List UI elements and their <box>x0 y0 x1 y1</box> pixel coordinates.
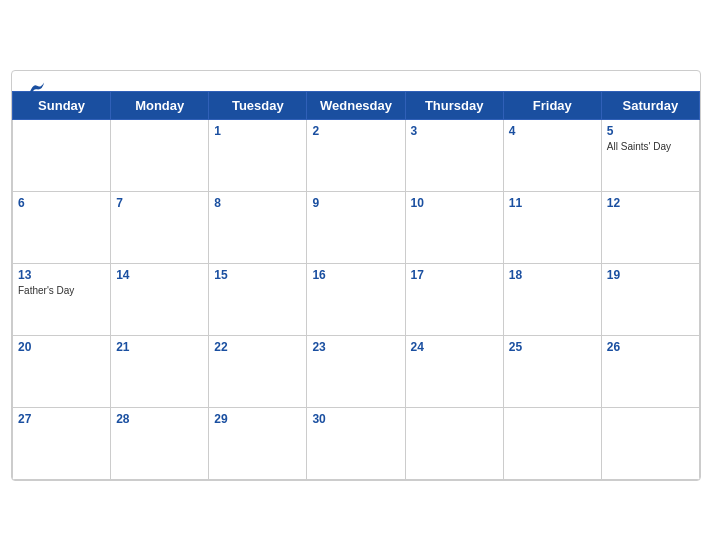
day-number: 23 <box>312 340 399 354</box>
calendar-cell: 10 <box>405 191 503 263</box>
week-row-2: 6789101112 <box>13 191 700 263</box>
day-number: 11 <box>509 196 596 210</box>
day-number: 10 <box>411 196 498 210</box>
weekday-header-friday: Friday <box>503 91 601 119</box>
calendar-cell: 4 <box>503 119 601 191</box>
day-number: 17 <box>411 268 498 282</box>
calendar-cell: 24 <box>405 335 503 407</box>
calendar-cell: 7 <box>111 191 209 263</box>
calendar-header <box>12 71 700 91</box>
day-number: 2 <box>312 124 399 138</box>
calendar-cell: 13Father's Day <box>13 263 111 335</box>
weekday-header-saturday: Saturday <box>601 91 699 119</box>
week-row-5: 27282930 <box>13 407 700 479</box>
calendar-cell: 19 <box>601 263 699 335</box>
week-row-3: 13Father's Day141516171819 <box>13 263 700 335</box>
calendar-cell: 11 <box>503 191 601 263</box>
day-number: 25 <box>509 340 596 354</box>
calendar-cell <box>503 407 601 479</box>
calendar-cell: 28 <box>111 407 209 479</box>
calendar-cell: 6 <box>13 191 111 263</box>
day-number: 4 <box>509 124 596 138</box>
calendar-cell: 27 <box>13 407 111 479</box>
day-number: 9 <box>312 196 399 210</box>
calendar-cell: 9 <box>307 191 405 263</box>
calendar-cell <box>601 407 699 479</box>
calendar-cell <box>405 407 503 479</box>
calendar-cell <box>111 119 209 191</box>
day-number: 19 <box>607 268 694 282</box>
calendar-cell: 18 <box>503 263 601 335</box>
weekday-header-sunday: Sunday <box>13 91 111 119</box>
calendar-cell: 21 <box>111 335 209 407</box>
weekday-header-thursday: Thursday <box>405 91 503 119</box>
day-number: 3 <box>411 124 498 138</box>
calendar-cell: 30 <box>307 407 405 479</box>
calendar-cell: 1 <box>209 119 307 191</box>
calendar-cell: 8 <box>209 191 307 263</box>
calendar-cell: 22 <box>209 335 307 407</box>
calendar-cell <box>13 119 111 191</box>
calendar-cell: 16 <box>307 263 405 335</box>
calendar-cell: 5All Saints' Day <box>601 119 699 191</box>
calendar-tbody: 12345All Saints' Day678910111213Father's… <box>13 119 700 479</box>
day-number: 26 <box>607 340 694 354</box>
day-number: 5 <box>607 124 694 138</box>
day-number: 13 <box>18 268 105 282</box>
day-number: 28 <box>116 412 203 426</box>
day-number: 14 <box>116 268 203 282</box>
weekday-header-row: SundayMondayTuesdayWednesdayThursdayFrid… <box>13 91 700 119</box>
weekday-header-monday: Monday <box>111 91 209 119</box>
day-number: 20 <box>18 340 105 354</box>
day-event: Father's Day <box>18 284 105 297</box>
calendar-table: SundayMondayTuesdayWednesdayThursdayFrid… <box>12 91 700 480</box>
calendar-cell: 14 <box>111 263 209 335</box>
calendar-cell: 15 <box>209 263 307 335</box>
day-number: 27 <box>18 412 105 426</box>
calendar-cell: 23 <box>307 335 405 407</box>
calendar-cell: 2 <box>307 119 405 191</box>
calendar-cell: 3 <box>405 119 503 191</box>
calendar-cell: 29 <box>209 407 307 479</box>
day-number: 16 <box>312 268 399 282</box>
weekday-header-wednesday: Wednesday <box>307 91 405 119</box>
calendar-cell: 17 <box>405 263 503 335</box>
day-number: 22 <box>214 340 301 354</box>
day-number: 29 <box>214 412 301 426</box>
day-number: 24 <box>411 340 498 354</box>
day-number: 18 <box>509 268 596 282</box>
week-row-4: 20212223242526 <box>13 335 700 407</box>
day-number: 21 <box>116 340 203 354</box>
day-number: 30 <box>312 412 399 426</box>
calendar-cell: 12 <box>601 191 699 263</box>
calendar-cell: 25 <box>503 335 601 407</box>
week-row-1: 12345All Saints' Day <box>13 119 700 191</box>
logo-blue <box>28 81 48 95</box>
logo-area <box>28 81 48 95</box>
calendar-container: SundayMondayTuesdayWednesdayThursdayFrid… <box>11 70 701 481</box>
weekday-header-tuesday: Tuesday <box>209 91 307 119</box>
day-event: All Saints' Day <box>607 140 694 153</box>
day-number: 12 <box>607 196 694 210</box>
day-number: 7 <box>116 196 203 210</box>
calendar-cell: 20 <box>13 335 111 407</box>
day-number: 1 <box>214 124 301 138</box>
calendar-thead: SundayMondayTuesdayWednesdayThursdayFrid… <box>13 91 700 119</box>
logo-bird-icon <box>28 81 46 95</box>
day-number: 6 <box>18 196 105 210</box>
day-number: 15 <box>214 268 301 282</box>
day-number: 8 <box>214 196 301 210</box>
calendar-cell: 26 <box>601 335 699 407</box>
